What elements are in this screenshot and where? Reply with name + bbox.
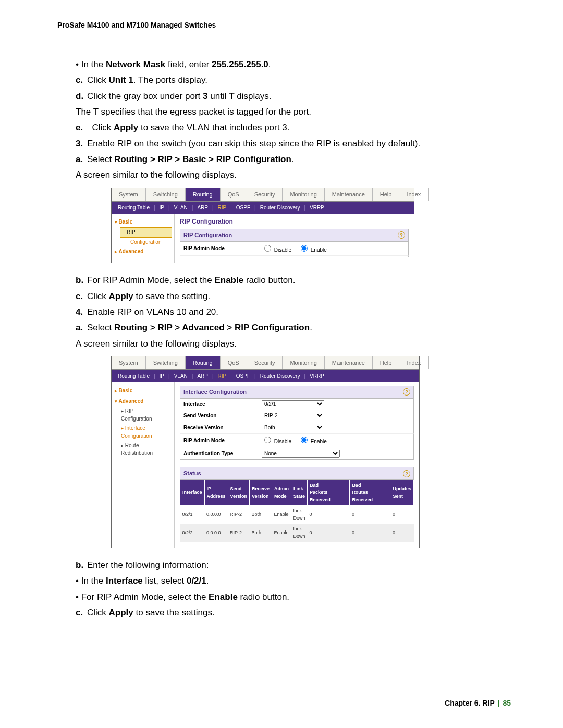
sidebar-item[interactable]: ▸ RIPConfiguration: [115, 406, 172, 424]
tab-switching[interactable]: Switching: [146, 356, 186, 369]
subnav-arp[interactable]: ARP: [195, 205, 210, 211]
subnav-routing-table[interactable]: Routing Table: [116, 373, 152, 379]
col-header: Interface: [180, 480, 205, 506]
bullet-enable: For RIP Admin Mode, select the Enable ra…: [76, 590, 511, 604]
tab-index[interactable]: Index: [399, 188, 429, 201]
subnav-vlan[interactable]: VLAN: [172, 373, 190, 379]
sidebar-rip[interactable]: RIP: [120, 227, 172, 238]
step-4b: b.Enter the following information:: [76, 559, 511, 572]
tab-security[interactable]: Security: [247, 356, 283, 369]
interface-select[interactable]: 0/2/1: [262, 400, 324, 408]
radio-disable[interactable]: Disable: [262, 439, 291, 445]
subnav-ospf[interactable]: OSPF: [234, 205, 252, 211]
panel-title: RIP Configuration: [180, 217, 409, 227]
receive-version-select[interactable]: Both: [262, 424, 324, 431]
box-header-status: Status ?: [180, 467, 414, 480]
doc-header: ProSafe M4100 and M7100 Managed Switches: [57, 21, 511, 29]
subnav-routing-table[interactable]: Routing Table: [116, 205, 152, 211]
col-header: BadRoutes Received: [350, 480, 390, 506]
step-e: e. Click Apply to save the VLAN that inc…: [76, 121, 511, 134]
subnav-ospf[interactable]: OSPF: [234, 373, 252, 379]
subnav-rip[interactable]: RIP: [216, 205, 229, 211]
sidebar: Basic Advanced ▸ RIPConfiguration▸ Inter…: [112, 382, 175, 548]
tab-qos[interactable]: QoS: [221, 356, 247, 369]
sidebar-item[interactable]: ▸ InterfaceConfiguration: [115, 424, 172, 441]
sidebar-advanced[interactable]: Advanced: [115, 246, 172, 257]
step-3: 3.Enable RIP on the switch (you can skip…: [76, 137, 511, 151]
step-c: c.Click Unit 1. The ports display.: [76, 73, 511, 87]
subnav-vlan[interactable]: VLAN: [172, 205, 190, 211]
tab-system[interactable]: System: [112, 356, 146, 369]
box-header: RIP Configuration ?: [180, 229, 409, 242]
step-d-note: The T specifies that the egress packet i…: [76, 105, 511, 119]
rip-admin-row: RIP Admin Mode Disable Enable: [180, 242, 409, 256]
help-icon[interactable]: ?: [403, 470, 410, 477]
radio-enable[interactable]: Enable: [298, 247, 327, 253]
subnav-vrrp[interactable]: VRRP: [308, 373, 326, 379]
box-header-ifconfig: Interface Configuration ?: [180, 386, 414, 399]
bullet-network-mask: In the Network Mask field, enter 255.255…: [76, 58, 511, 71]
screenshot-rip-advanced: SystemSwitchingRoutingQoSSecurityMonitor…: [111, 356, 420, 548]
send-version-select[interactable]: RIP-2: [262, 412, 324, 419]
col-header: IPAddress: [204, 480, 228, 506]
sidebar-basic[interactable]: Basic: [115, 217, 172, 227]
step-3a: a.Select Routing > RIP > Basic > RIP Con…: [76, 153, 511, 166]
col-header: SendVersion: [228, 480, 250, 506]
help-icon[interactable]: ?: [403, 388, 410, 396]
status-table: InterfaceIPAddressSendVersionReceiveVers…: [180, 480, 414, 542]
screenshot-rip-basic: SystemSwitchingRoutingQoSSecurityMonitor…: [111, 188, 414, 264]
radio-disable[interactable]: Disable: [262, 247, 291, 253]
subnav-router-discovery[interactable]: Router Discovery: [258, 205, 302, 211]
sidebar-item[interactable]: ▸ RouteRedistribution: [115, 441, 172, 458]
tab-help[interactable]: Help: [373, 188, 400, 201]
tab-routing[interactable]: Routing: [186, 188, 221, 201]
sidebar: Basic RIP Configuration Advanced: [112, 214, 175, 263]
help-icon[interactable]: ?: [398, 231, 405, 239]
step-3b: b.For RIP Admin Mode, select the Enable …: [76, 274, 511, 287]
tab-maintenance[interactable]: Maintenance: [325, 188, 373, 201]
tab-switching[interactable]: Switching: [146, 188, 186, 201]
col-header: LinkState: [291, 480, 308, 506]
subnav-vrrp[interactable]: VRRP: [308, 205, 326, 211]
col-header: UpdatesSent: [390, 480, 414, 506]
tab-qos[interactable]: QoS: [221, 188, 247, 201]
table-row: 0/2/10.0.0.0RIP-2BothEnableLinkDown000: [180, 506, 414, 524]
step-4c: c.Click Apply to save the settings.: [76, 606, 511, 620]
page-footer: Chapter 6. RIP|85: [445, 699, 511, 707]
auth-type-select[interactable]: None: [262, 450, 340, 458]
tab-system[interactable]: System: [112, 188, 146, 201]
step-3a-note: A screen similar to the following displa…: [76, 168, 511, 182]
step-4a-note: A screen similar to the following displa…: [76, 337, 511, 351]
subnav-ip[interactable]: IP: [157, 205, 166, 211]
tab-security[interactable]: Security: [247, 188, 283, 201]
step-d: d.Click the gray box under port 3 until …: [76, 90, 511, 103]
body-content: In the Network Mask field, enter 255.255…: [76, 58, 511, 620]
table-row: 0/2/20.0.0.0RIP-2BothEnableLinkDown000: [180, 524, 414, 542]
col-header: ReceiveVersion: [250, 480, 272, 506]
subnav-rip[interactable]: RIP: [216, 373, 229, 379]
col-header: BadPackets Received: [308, 480, 350, 506]
sidebar-advanced[interactable]: Advanced: [115, 396, 172, 406]
step-4a: a.Select Routing > RIP > Advanced > RIP …: [76, 321, 511, 335]
subnav-ip[interactable]: IP: [157, 373, 166, 379]
tab-monitoring[interactable]: Monitoring: [283, 188, 324, 201]
col-header: AdminMode: [272, 480, 291, 506]
subnav-arp[interactable]: ARP: [195, 373, 210, 379]
step-4: 4.Enable RIP on VLANs 10 and 20.: [76, 305, 511, 319]
step-3c: c.Click Apply to save the setting.: [76, 290, 511, 303]
tab-routing[interactable]: Routing: [186, 356, 221, 369]
tab-monitoring[interactable]: Monitoring: [283, 356, 324, 369]
tab-maintenance[interactable]: Maintenance: [325, 356, 373, 369]
bullet-interface: In the Interface list, select 0/2/1.: [76, 574, 511, 588]
tab-help[interactable]: Help: [373, 356, 400, 369]
subnav-router-discovery[interactable]: Router Discovery: [258, 373, 302, 379]
radio-enable[interactable]: Enable: [298, 439, 327, 445]
sidebar-basic[interactable]: Basic: [115, 386, 172, 396]
sidebar-config[interactable]: Configuration: [124, 238, 172, 247]
tab-index[interactable]: Index: [399, 356, 429, 369]
